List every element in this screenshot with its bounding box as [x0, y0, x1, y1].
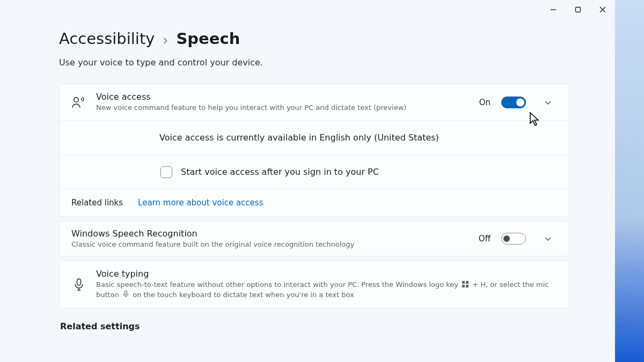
- voice-access-icon: [71, 96, 86, 109]
- chevron-right-icon: [162, 34, 169, 47]
- voice-access-language-note-row: Voice access is currently available in E…: [60, 120, 569, 154]
- voice-access-state: On: [479, 98, 491, 107]
- voice-typing-row: Voice typing Basic speech-to-text featur…: [60, 261, 569, 308]
- svg-rect-2: [77, 279, 81, 285]
- svg-rect-7: [125, 291, 127, 294]
- breadcrumb-parent[interactable]: Accessibility: [59, 29, 155, 48]
- learn-more-link[interactable]: Learn more about voice access: [138, 198, 263, 208]
- related-links-label: Related links: [71, 198, 123, 208]
- voice-access-title: Voice access: [96, 92, 470, 102]
- voice-access-autostart-checkbox[interactable]: [160, 166, 172, 178]
- wsr-title: Windows Speech Recognition: [71, 228, 469, 239]
- maximize-button[interactable]: [566, 0, 590, 19]
- content-area: Accessibility Speech Use your voice to t…: [59, 29, 569, 362]
- voice-access-language-note: Voice access is currently available in E…: [159, 132, 439, 143]
- breadcrumb-current: Speech: [176, 29, 240, 48]
- wsr-toggle[interactable]: [501, 233, 526, 245]
- settings-window: Accessibility Speech Use your voice to t…: [0, 0, 615, 362]
- wsr-desc: Classic voice command feature built on t…: [71, 240, 469, 249]
- voice-typing-card: Voice typing Basic speech-to-text featur…: [59, 261, 569, 308]
- breadcrumb: Accessibility Speech: [59, 29, 569, 48]
- voice-typing-desc: Basic speech-to-text feature without oth…: [96, 280, 557, 300]
- close-button[interactable]: [590, 0, 615, 19]
- voice-typing-title: Voice typing: [96, 269, 557, 279]
- svg-point-1: [74, 97, 78, 101]
- voice-access-expand[interactable]: [539, 93, 557, 112]
- wsr-card: Windows Speech Recognition Classic voice…: [59, 221, 569, 256]
- microphone-inline-icon: [123, 290, 129, 300]
- page-subtitle: Use your voice to type and control your …: [59, 57, 569, 68]
- minimize-button[interactable]: [541, 0, 566, 19]
- microphone-icon: [71, 278, 86, 292]
- voice-access-autostart-label: Start voice access after you sign in to …: [181, 167, 379, 177]
- wsr-expand[interactable]: [539, 230, 557, 248]
- voice-access-header-row: Voice access New voice command feature t…: [60, 84, 569, 120]
- svg-rect-0: [576, 8, 581, 12]
- wsr-row: Windows Speech Recognition Classic voice…: [60, 221, 569, 256]
- related-settings-heading: Related settings: [60, 321, 569, 331]
- svg-rect-4: [466, 281, 469, 284]
- svg-rect-5: [462, 285, 465, 287]
- svg-rect-3: [462, 281, 465, 284]
- voice-access-desc: New voice command feature to help you in…: [96, 103, 470, 113]
- wsr-state: Off: [479, 234, 491, 243]
- window-titlebar: [541, 0, 615, 19]
- voice-access-autostart-row: Start voice access after you sign in to …: [60, 154, 569, 189]
- voice-access-related-row: Related links Learn more about voice acc…: [60, 189, 569, 216]
- svg-rect-6: [466, 285, 469, 287]
- voice-access-toggle[interactable]: [501, 97, 526, 108]
- windows-logo-icon: [462, 280, 469, 290]
- desktop-background: [615, 0, 644, 362]
- voice-access-card: Voice access New voice command feature t…: [59, 84, 569, 217]
